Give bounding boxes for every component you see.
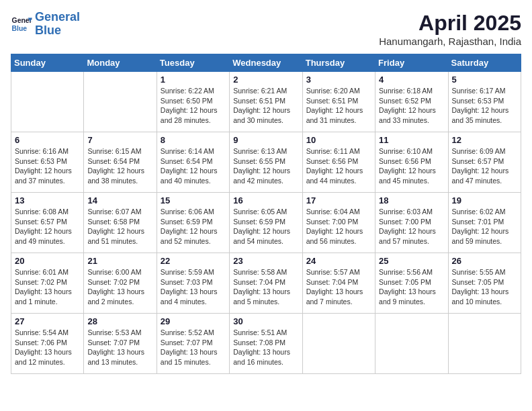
week-row-4: 20Sunrise: 6:01 AMSunset: 7:02 PMDayligh… <box>11 253 521 314</box>
calendar-cell: 22Sunrise: 5:59 AMSunset: 7:03 PMDayligh… <box>157 253 229 314</box>
logo-line1: General <box>35 10 80 24</box>
day-info: Sunrise: 6:07 AMSunset: 6:58 PMDaylight:… <box>87 207 152 246</box>
day-number: 15 <box>161 195 226 205</box>
calendar-cell: 7Sunrise: 6:15 AMSunset: 6:54 PMDaylight… <box>84 132 157 193</box>
calendar-cell: 3Sunrise: 6:20 AMSunset: 6:51 PMDaylight… <box>302 72 375 132</box>
day-info: Sunrise: 6:20 AMSunset: 6:51 PMDaylight:… <box>306 86 371 126</box>
week-row-5: 27Sunrise: 5:54 AMSunset: 7:06 PMDayligh… <box>11 314 521 374</box>
day-info: Sunrise: 5:53 AMSunset: 7:07 PMDaylight:… <box>87 328 152 367</box>
day-number: 24 <box>306 256 371 266</box>
day-number: 17 <box>306 195 371 205</box>
day-number: 11 <box>379 135 444 145</box>
day-number: 21 <box>87 256 152 266</box>
calendar-cell: 4Sunrise: 6:18 AMSunset: 6:52 PMDaylight… <box>375 72 448 132</box>
day-number: 9 <box>233 135 298 145</box>
day-info: Sunrise: 6:22 AMSunset: 6:50 PMDaylight:… <box>161 86 226 126</box>
day-info: Sunrise: 5:54 AMSunset: 7:06 PMDaylight:… <box>15 328 80 367</box>
day-info: Sunrise: 5:56 AMSunset: 7:05 PMDaylight:… <box>379 267 444 307</box>
day-info: Sunrise: 5:59 AMSunset: 7:03 PMDaylight:… <box>161 267 226 307</box>
calendar-cell: 10Sunrise: 6:11 AMSunset: 6:56 PMDayligh… <box>302 132 375 193</box>
calendar-table: SundayMondayTuesdayWednesdayThursdayFrid… <box>11 54 521 374</box>
day-number: 29 <box>161 316 226 326</box>
logo-icon: General Blue <box>11 13 32 35</box>
day-number: 3 <box>306 75 371 85</box>
day-info: Sunrise: 6:13 AMSunset: 6:55 PMDaylight:… <box>233 146 298 186</box>
calendar-cell: 23Sunrise: 5:58 AMSunset: 7:04 PMDayligh… <box>230 253 302 314</box>
day-info: Sunrise: 6:10 AMSunset: 6:56 PMDaylight:… <box>379 146 444 186</box>
day-header-friday: Friday <box>375 54 448 72</box>
day-number: 19 <box>452 195 517 205</box>
day-number: 8 <box>161 135 226 145</box>
week-row-3: 13Sunrise: 6:08 AMSunset: 6:57 PMDayligh… <box>11 193 521 253</box>
svg-text:Blue: Blue <box>12 24 28 32</box>
day-number: 6 <box>15 135 80 145</box>
calendar-cell: 5Sunrise: 6:17 AMSunset: 6:53 PMDaylight… <box>448 72 521 132</box>
calendar-cell: 14Sunrise: 6:07 AMSunset: 6:58 PMDayligh… <box>84 193 157 253</box>
day-info: Sunrise: 6:09 AMSunset: 6:57 PMDaylight:… <box>452 146 517 186</box>
calendar-cell: 30Sunrise: 5:51 AMSunset: 7:08 PMDayligh… <box>230 314 302 374</box>
week-row-1: 1Sunrise: 6:22 AMSunset: 6:50 PMDaylight… <box>11 72 521 132</box>
day-number: 1 <box>161 75 226 85</box>
day-info: Sunrise: 5:58 AMSunset: 7:04 PMDaylight:… <box>233 267 298 307</box>
day-header-saturday: Saturday <box>448 54 521 72</box>
calendar-cell: 24Sunrise: 5:57 AMSunset: 7:04 PMDayligh… <box>302 253 375 314</box>
day-number: 20 <box>15 256 80 266</box>
day-info: Sunrise: 6:00 AMSunset: 7:02 PMDaylight:… <box>87 267 152 307</box>
day-info: Sunrise: 6:16 AMSunset: 6:53 PMDaylight:… <box>15 146 80 186</box>
calendar-cell: 20Sunrise: 6:01 AMSunset: 7:02 PMDayligh… <box>11 253 84 314</box>
day-number: 28 <box>87 316 152 326</box>
day-info: Sunrise: 6:21 AMSunset: 6:51 PMDaylight:… <box>233 86 298 126</box>
calendar-cell <box>448 314 521 374</box>
calendar-cell: 17Sunrise: 6:04 AMSunset: 7:00 PMDayligh… <box>302 193 375 253</box>
day-info: Sunrise: 6:03 AMSunset: 7:00 PMDaylight:… <box>379 207 444 246</box>
day-number: 30 <box>233 316 298 326</box>
day-info: Sunrise: 5:52 AMSunset: 7:07 PMDaylight:… <box>161 328 226 367</box>
calendar-cell: 26Sunrise: 5:55 AMSunset: 7:05 PMDayligh… <box>448 253 521 314</box>
logo-line2: Blue <box>35 24 61 37</box>
day-number: 23 <box>233 256 298 266</box>
day-info: Sunrise: 6:08 AMSunset: 6:57 PMDaylight:… <box>15 207 80 246</box>
day-number: 16 <box>233 195 298 205</box>
calendar-cell: 6Sunrise: 6:16 AMSunset: 6:53 PMDaylight… <box>11 132 84 193</box>
calendar-cell: 9Sunrise: 6:13 AMSunset: 6:55 PMDaylight… <box>230 132 302 193</box>
title-block: April 2025 Hanumangarh, Rajasthan, India <box>379 11 521 47</box>
day-info: Sunrise: 6:17 AMSunset: 6:53 PMDaylight:… <box>452 86 517 126</box>
day-number: 26 <box>452 256 517 266</box>
day-number: 13 <box>15 195 80 205</box>
day-number: 14 <box>87 195 152 205</box>
day-number: 5 <box>452 75 517 85</box>
calendar-cell <box>11 72 84 132</box>
calendar-cell: 21Sunrise: 6:00 AMSunset: 7:02 PMDayligh… <box>84 253 157 314</box>
day-info: Sunrise: 6:18 AMSunset: 6:52 PMDaylight:… <box>379 86 444 126</box>
calendar-cell <box>375 314 448 374</box>
calendar-header-row: SundayMondayTuesdayWednesdayThursdayFrid… <box>11 54 521 72</box>
day-number: 10 <box>306 135 371 145</box>
calendar-cell: 25Sunrise: 5:56 AMSunset: 7:05 PMDayligh… <box>375 253 448 314</box>
calendar-cell: 1Sunrise: 6:22 AMSunset: 6:50 PMDaylight… <box>157 72 229 132</box>
calendar-cell: 28Sunrise: 5:53 AMSunset: 7:07 PMDayligh… <box>84 314 157 374</box>
calendar-cell: 12Sunrise: 6:09 AMSunset: 6:57 PMDayligh… <box>448 132 521 193</box>
day-info: Sunrise: 5:55 AMSunset: 7:05 PMDaylight:… <box>452 267 517 307</box>
calendar-cell: 19Sunrise: 6:02 AMSunset: 7:01 PMDayligh… <box>448 193 521 253</box>
day-info: Sunrise: 6:15 AMSunset: 6:54 PMDaylight:… <box>87 146 152 186</box>
calendar-cell <box>302 314 375 374</box>
day-info: Sunrise: 5:57 AMSunset: 7:04 PMDaylight:… <box>306 267 371 307</box>
day-header-thursday: Thursday <box>302 54 375 72</box>
calendar-cell: 11Sunrise: 6:10 AMSunset: 6:56 PMDayligh… <box>375 132 448 193</box>
calendar-cell <box>84 72 157 132</box>
day-header-sunday: Sunday <box>11 54 84 72</box>
day-info: Sunrise: 6:14 AMSunset: 6:54 PMDaylight:… <box>161 146 226 186</box>
day-number: 18 <box>379 195 444 205</box>
day-number: 2 <box>233 75 298 85</box>
day-header-tuesday: Tuesday <box>157 54 229 72</box>
day-header-wednesday: Wednesday <box>230 54 302 72</box>
calendar-cell: 27Sunrise: 5:54 AMSunset: 7:06 PMDayligh… <box>11 314 84 374</box>
day-number: 25 <box>379 256 444 266</box>
page-header: General Blue General Blue April 2025 Han… <box>11 11 521 47</box>
calendar-cell: 15Sunrise: 6:06 AMSunset: 6:59 PMDayligh… <box>157 193 229 253</box>
calendar-cell: 18Sunrise: 6:03 AMSunset: 7:00 PMDayligh… <box>375 193 448 253</box>
day-number: 12 <box>452 135 517 145</box>
calendar-cell: 8Sunrise: 6:14 AMSunset: 6:54 PMDaylight… <box>157 132 229 193</box>
day-info: Sunrise: 6:06 AMSunset: 6:59 PMDaylight:… <box>161 207 226 246</box>
calendar-cell: 13Sunrise: 6:08 AMSunset: 6:57 PMDayligh… <box>11 193 84 253</box>
